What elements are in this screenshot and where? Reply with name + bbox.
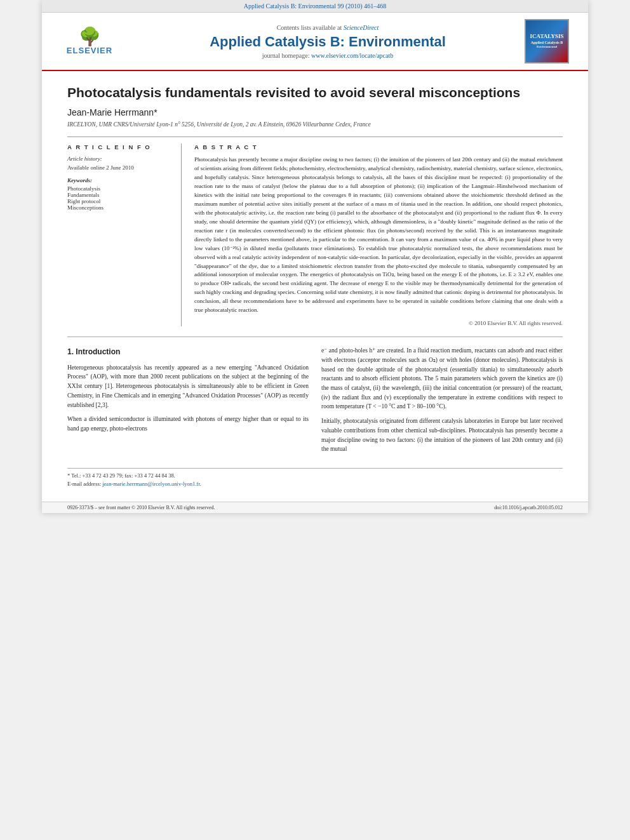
abstract-heading: A B S T R A C T: [194, 143, 563, 150]
bottom-bar: 0926-3373/$ – see front matter © 2010 El…: [42, 502, 588, 513]
footnote-email: E-mail address: jean-marie.herrmann@irce…: [67, 481, 563, 487]
abstract-body: Photocatalysis has presently become a ma…: [194, 156, 563, 313]
sciencedirect-link[interactable]: ScienceDirect: [344, 24, 379, 31]
journal-homepage: journal homepage: www.elsevier.com/locat…: [131, 52, 525, 59]
author-name: Jean-Marie Herrmann*: [67, 107, 158, 117]
article-author: Jean-Marie Herrmann*: [67, 107, 563, 117]
elsevier-logo: 🌳 ELSEVIER: [55, 22, 124, 60]
keyword-right-protocol: Right protocol: [67, 198, 173, 204]
body-col-right: e⁻ and photo-holes h⁺ are created. In a …: [321, 346, 563, 459]
body-para-1: Heterogeneous photocatalysis has recentl…: [67, 363, 309, 410]
email-address[interactable]: jean-marie.herrmann@ircelyon.univ-lyon1.…: [102, 481, 201, 487]
main-content: Photocatalysis fundamentals revisited to…: [42, 71, 588, 502]
doi-line: doi:10.1016/j.apcatb.2010.05.012: [494, 505, 563, 510]
article-info-heading: A R T I C L E I N F O: [67, 143, 173, 150]
journal-title-area: Contents lists available at ScienceDirec…: [131, 24, 525, 59]
body-content: 1. Introduction Heterogeneous photocatal…: [67, 346, 563, 459]
keywords-label: Keywords:: [67, 177, 173, 183]
keyword-photocatalysis: Photocatalysis: [67, 185, 173, 192]
contents-label: Contents lists available at: [277, 24, 342, 31]
abstract-text: Photocatalysis has presently become a ma…: [194, 156, 563, 315]
section1-title: 1. Introduction: [67, 346, 309, 358]
journal-title: Applied Catalysis B: Environmental: [131, 34, 525, 50]
keyword-fundamentals: Fundamentals: [67, 192, 173, 198]
article-info-abstract-section: A R T I C L E I N F O Article history: A…: [67, 137, 563, 326]
section-divider: [67, 337, 563, 337]
body-col-left: 1. Introduction Heterogeneous photocatal…: [67, 346, 309, 459]
sciencedirect-line: Contents lists available at ScienceDirec…: [131, 24, 525, 31]
footnote-tel: * Tel.: +33 4 72 43 29 79; fax: +33 4 72…: [67, 472, 563, 479]
email-label: E-mail address:: [67, 481, 101, 487]
body-para-2: When a divided semiconductor is illumina…: [67, 415, 309, 433]
catalysis-logo: ICATALYSIS Applied Catalysis B Environme…: [525, 19, 569, 63]
footnotes: * Tel.: +33 4 72 43 29 79; fax: +33 4 72…: [67, 468, 563, 487]
journal-logo-area: ICATALYSIS Applied Catalysis B Environme…: [525, 19, 575, 63]
journal-citation: Applied Catalysis B: Environmental 99 (2…: [244, 3, 386, 10]
homepage-link[interactable]: www.elsevier.com/locate/apcatb: [311, 52, 393, 59]
abstract-column: A B S T R A C T Photocatalysis has prese…: [194, 143, 563, 326]
keyword-misconceptions: Misconceptions: [67, 204, 173, 211]
article-affiliation: IRCELYON, UMR CNRS/Université Lyon-1 n° …: [67, 121, 563, 128]
publisher-logo-area: 🌳 ELSEVIER: [55, 22, 131, 60]
body-para-4: Initially, photocatalysis originated fro…: [321, 417, 563, 454]
copyright: © 2010 Elsevier B.V. All rights reserved…: [194, 320, 563, 326]
tree-icon: 🌳: [79, 28, 101, 46]
elsevier-wordmark: ELSEVIER: [67, 46, 112, 55]
article-info-column: A R T I C L E I N F O Article history: A…: [67, 143, 182, 326]
journal-header: 🌳 ELSEVIER Contents lists available at S…: [42, 13, 588, 71]
issn-line: 0926-3373/$ – see front matter © 2010 El…: [67, 505, 215, 510]
article-title: Photocatalysis fundamentals revisited to…: [67, 84, 563, 101]
homepage-label: journal homepage:: [262, 52, 310, 59]
body-para-3: e⁻ and photo-holes h⁺ are created. In a …: [321, 346, 563, 411]
article-available: Available online 2 June 2010: [67, 164, 173, 171]
journal-citation-bar: Applied Catalysis B: Environmental 99 (2…: [42, 0, 588, 13]
article-history-label: Article history:: [67, 156, 173, 162]
